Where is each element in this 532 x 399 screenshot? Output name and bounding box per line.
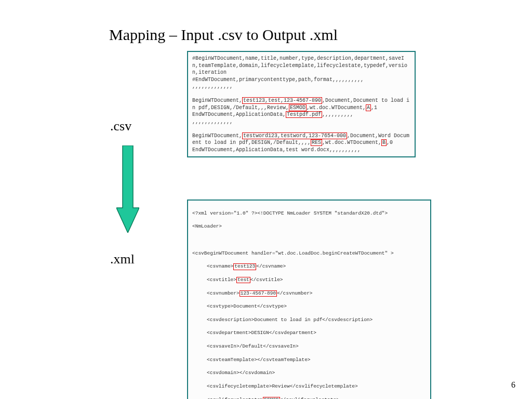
xml-line: <csvtype>Document</csvtype> <box>192 303 426 310</box>
highlight-version: A <box>366 104 371 111</box>
xml-panel: <?xml version="1.0" ?><!DOCTYPE NmLoader… <box>187 200 431 399</box>
csv-panel: #BeginWTDocument,name,title,number,type,… <box>187 51 416 157</box>
csv-header-line: #BeginWTDocument,name,title,number,type,… <box>192 55 410 76</box>
csv-commas: ,,,,,,,,,,,,, <box>192 83 410 90</box>
xml-line: <?xml version="1.0" ?><!DOCTYPE NmLoader… <box>192 210 426 217</box>
csv-row-1-end: EndWTDocument,ApplicationData,Testpdf.pd… <box>192 111 410 118</box>
csv-row-2-end: EndWTDocument,ApplicationData,test word.… <box>192 147 410 154</box>
highlight-version: B <box>381 139 387 146</box>
xml-line: <csvlifecycletemplate>Review</csvlifecyc… <box>192 383 426 390</box>
xml-label: .xml <box>110 251 135 267</box>
xml-line: <csvnumber>123-4567-890</csvnumber> <box>192 290 426 297</box>
svg-marker-0 <box>116 145 139 233</box>
arrow-down-icon <box>116 145 139 235</box>
highlight-state: ESMOD <box>263 397 280 399</box>
csv-label: .csv <box>110 118 131 134</box>
highlight-name-title-number: test123,test,123-4567-890 <box>242 97 322 104</box>
csv-row-1-begin: BeginWTDocument,test123,test,123-4567-89… <box>192 97 410 111</box>
csv-header-end: #EndWTDocument,primarycontenttype,path,f… <box>192 76 410 84</box>
csv-commas: ,,,,,,,,,,,,, <box>192 118 410 126</box>
highlight-state: RES <box>311 139 322 146</box>
xml-line: <csvdescription>Document to load in pdf<… <box>192 317 426 324</box>
xml-line: <csvBeginWTDocument handler="wt.doc.Load… <box>192 250 426 257</box>
xml-line: <csvlifecyclestate>ESMOD</csvlifecyclest… <box>192 397 426 399</box>
highlight-name-title-number: testword123,testword,123-7654-000 <box>242 132 347 139</box>
highlight-name: test123 <box>233 263 256 270</box>
xml-line: <csvteamTemplate></csvteamTemplate> <box>192 357 426 364</box>
page-number: 6 <box>511 380 515 390</box>
xml-line: <csvsaveIn>/Default</csvsaveIn> <box>192 343 426 350</box>
xml-line: <csvdepartment>DESIGN</csvdepartment> <box>192 330 426 337</box>
xml-line: <NmLoader> <box>192 223 426 230</box>
page-title: Mapping – Input .csv to Output .xml <box>109 26 338 44</box>
xml-line: <csvdomain></csvdomain> <box>192 370 426 377</box>
highlight-number: 123-4567-890 <box>240 290 277 297</box>
highlight-state: ESMOD <box>289 104 307 111</box>
csv-row-2-begin: BeginWTDocument,testword123,testword,123… <box>192 132 410 147</box>
xml-line: <csvtitle>test</csvtitle> <box>192 277 426 284</box>
highlight-title: test <box>236 277 250 283</box>
xml-line: <csvname>test123</csvname> <box>192 263 426 270</box>
highlight-path: Testpdf.pdf <box>286 111 322 118</box>
